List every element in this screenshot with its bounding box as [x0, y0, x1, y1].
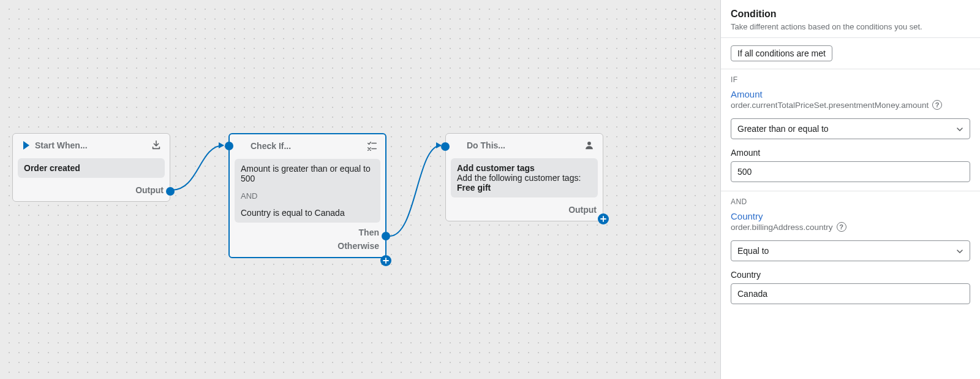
- otherwise-label: Otherwise: [337, 241, 379, 251]
- svg-point-2: [587, 142, 591, 145]
- condition-field-path: order.billingAddress.country: [731, 223, 833, 232]
- input-port[interactable]: [441, 142, 450, 151]
- condition-and: AND: [235, 188, 380, 203]
- value-input[interactable]: [737, 167, 963, 177]
- node-header-label: Check If...: [251, 141, 291, 151]
- value-label: Amount: [731, 148, 970, 158]
- output-port-add[interactable]: [598, 213, 609, 224]
- help-icon[interactable]: ?: [932, 100, 942, 110]
- trigger-block: Order created: [18, 158, 165, 178]
- operator-select[interactable]: Greater than or equal to: [731, 118, 970, 139]
- node-header: Start When...: [13, 134, 170, 157]
- chevron-down-icon: [956, 125, 963, 132]
- output-label: Output: [568, 205, 597, 215]
- node-footer: Output: [446, 202, 603, 221]
- then-port[interactable]: [382, 232, 390, 240]
- then-label: Then: [359, 228, 379, 237]
- operator-value: Equal to: [737, 246, 769, 256]
- condition-field-path: order.currentTotalPriceSet.presentmentMo…: [731, 101, 929, 110]
- node-header-label: Do This...: [467, 140, 505, 150]
- condition-line-2: Country is equal to Canada: [241, 208, 345, 218]
- play-icon: [20, 139, 32, 151]
- value-label: Country: [731, 270, 970, 280]
- panel-description: Take different actions based on the cond…: [731, 22, 970, 31]
- action-tag: Free gift: [457, 183, 592, 193]
- action-subtitle: Add the following customer tags:: [457, 173, 592, 183]
- help-icon[interactable]: ?: [837, 222, 846, 232]
- workflow-canvas[interactable]: Start When... Order created Output Check…: [0, 0, 720, 379]
- action-title: Add customer tags: [457, 163, 592, 173]
- then-footer: Then: [230, 228, 385, 241]
- condition-summary-1: Amount is greater than or equal to 500: [235, 159, 380, 188]
- operator-select[interactable]: Equal to: [731, 240, 970, 261]
- node-header-label: Start When...: [35, 140, 88, 150]
- input-port[interactable]: [225, 142, 233, 150]
- output-label: Output: [135, 185, 164, 195]
- condition-panel: Condition Take different actions based o…: [720, 0, 980, 379]
- value-input[interactable]: [737, 289, 963, 299]
- checklist-icon: [366, 140, 378, 152]
- value-input-wrapper[interactable]: [731, 283, 970, 304]
- trigger-name: Order created: [24, 163, 80, 173]
- otherwise-footer: Otherwise: [230, 241, 385, 257]
- if-label: IF: [721, 69, 980, 89]
- output-port[interactable]: [166, 187, 175, 196]
- panel-title: Condition: [731, 9, 970, 20]
- condition-field-link[interactable]: Country: [731, 211, 970, 221]
- and-label: AND: [241, 191, 257, 201]
- node-footer: Output: [13, 183, 170, 201]
- condition-field-link[interactable]: Amount: [731, 89, 970, 99]
- node-action[interactable]: Do This... Add customer tags Add the fol…: [445, 133, 603, 221]
- person-icon: [583, 139, 595, 151]
- value-input-wrapper[interactable]: [731, 161, 970, 182]
- node-start[interactable]: Start When... Order created Output: [12, 133, 170, 202]
- import-icon[interactable]: [150, 139, 162, 151]
- node-header: Do This...: [446, 134, 603, 157]
- node-condition[interactable]: Check If... Amount is greater than or eq…: [228, 133, 386, 258]
- condition-summary-2: Country is equal to Canada: [235, 203, 380, 223]
- node-header: Check If...: [230, 134, 385, 158]
- condition-mode-chip[interactable]: If all conditions are met: [731, 45, 832, 61]
- operator-value: Greater than or equal to: [737, 124, 829, 134]
- and-label: AND: [721, 191, 980, 211]
- otherwise-port-add[interactable]: [380, 255, 391, 266]
- arrowhead-icon: [219, 142, 224, 148]
- action-block: Add customer tags Add the following cust…: [451, 158, 598, 197]
- chevron-down-icon: [956, 247, 963, 255]
- condition-line-1: Amount is greater than or equal to 500: [241, 164, 371, 183]
